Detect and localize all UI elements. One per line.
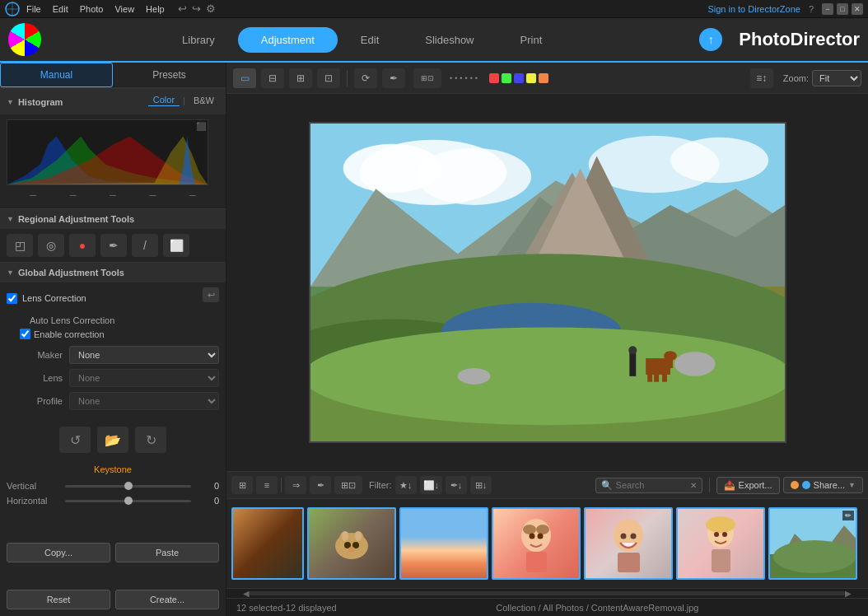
histogram-title: Histogram (18, 97, 63, 107)
filmstrip-btn[interactable]: ⊞ (231, 476, 253, 494)
eraser-tool[interactable]: / (132, 234, 158, 257)
maximize-button[interactable]: □ (837, 3, 848, 15)
export-button[interactable]: 📤 Export... (716, 477, 780, 494)
vertical-thumb[interactable] (124, 482, 133, 490)
lens-select[interactable]: None (69, 369, 219, 387)
tab-presets[interactable]: Presets (113, 63, 226, 87)
tag-btn[interactable]: ⇒ (285, 476, 306, 494)
upgrade-icon[interactable]: ↑ (699, 28, 722, 51)
horizontal-slider[interactable] (65, 500, 191, 502)
view-compare-btn[interactable]: ⊟ (261, 68, 284, 88)
undo-icon[interactable]: ↩ (178, 2, 187, 15)
histogram-section-header[interactable]: ▼ Histogram Color | B&W (0, 88, 226, 114)
svg-point-34 (348, 547, 355, 552)
tab-manual[interactable]: Manual (0, 63, 113, 87)
share-button[interactable]: Share... ▼ (783, 477, 863, 493)
brush-adj-btn[interactable]: ✒ (382, 68, 405, 88)
scroll-track[interactable] (250, 591, 845, 595)
settings-icon[interactable]: ⚙ (206, 2, 216, 15)
sort-btn[interactable]: ≡↕ (750, 68, 773, 88)
help-icon[interactable]: ? (809, 4, 814, 14)
clear-search-btn[interactable]: ✕ (690, 481, 697, 490)
menu-view[interactable]: View (114, 4, 134, 14)
lens-section: Lens Correction ↩ Auto Lens Correction E… (0, 282, 226, 420)
thumbnail-1[interactable] (307, 507, 396, 580)
redo-icon[interactable]: ↪ (192, 2, 201, 15)
view-fullscreen-btn[interactable]: ⊡ (317, 68, 340, 88)
rotate-tool-btn[interactable]: ⟳ (354, 68, 377, 88)
menu-file[interactable]: File (26, 4, 41, 14)
navbar: Library Adjustment Edit Slideshow Print … (0, 18, 868, 63)
profile-select[interactable]: None (69, 392, 219, 410)
thumbnail-0[interactable] (231, 507, 304, 580)
thumbnail-6[interactable]: ✏ (768, 507, 857, 580)
tab-edit[interactable]: Edit (338, 27, 402, 53)
vertical-slider[interactable] (65, 485, 191, 488)
scroll-left-btn[interactable]: ◀ (243, 589, 250, 598)
left-panel: Manual Presets ▼ Histogram Color | B&W ⬛ (0, 63, 226, 616)
color-btn[interactable]: Color (148, 94, 180, 106)
search-input[interactable] (616, 480, 690, 490)
color-label-yellow[interactable] (526, 73, 536, 83)
lens-label2: Lens (13, 373, 63, 383)
list-btn[interactable]: ≡ (256, 476, 278, 494)
regional-section-header[interactable]: ▼ Regional Adjustment Tools (0, 208, 226, 229)
thumbnail-4[interactable] (584, 507, 673, 580)
maker-select[interactable]: None (69, 346, 219, 364)
enable-correction-checkbox[interactable] (20, 329, 30, 339)
view-single-btn[interactable]: ▭ (233, 68, 256, 88)
lens-checkbox[interactable] (7, 293, 17, 304)
sign-in-link[interactable]: Sign in to DirectorZone ? (707, 4, 814, 14)
svg-point-46 (706, 516, 735, 533)
gradient-tool[interactable]: ◰ (7, 234, 33, 257)
svg-rect-21 (647, 372, 652, 382)
color-label-blue[interactable] (514, 73, 524, 83)
tab-print[interactable]: Print (497, 27, 566, 53)
zoom-select[interactable]: Fit 25% 50% 100% 200% (812, 70, 861, 86)
rotate-left-icon[interactable]: ↺ (59, 427, 91, 453)
color-label-green[interactable] (502, 73, 511, 83)
before-after-btn[interactable]: ⊞⊡ (413, 68, 441, 88)
eye-tool[interactable]: ● (69, 234, 96, 257)
create-button[interactable]: Create... (115, 590, 219, 609)
tab-library[interactable]: Library (159, 27, 238, 53)
filter-star-btn[interactable]: ★↓ (395, 476, 417, 494)
filter-color-btn[interactable]: ✒↓ (446, 476, 467, 494)
color-label-red[interactable] (489, 73, 499, 83)
menu-photo[interactable]: Photo (80, 4, 104, 14)
svg-point-4 (417, 148, 531, 205)
copy-button[interactable]: Copy... (7, 543, 110, 562)
share-dropdown-arrow[interactable]: ▼ (848, 481, 856, 489)
bw-btn[interactable]: B&W (189, 95, 219, 106)
menu-help[interactable]: Help (146, 4, 165, 14)
color-label-orange[interactable] (539, 73, 548, 83)
global-section-header[interactable]: ▼ Global Adjustment Tools (0, 262, 226, 282)
lens-header: Lens Correction ↩ (7, 287, 219, 309)
horizontal-thumb[interactable] (124, 497, 133, 505)
view-grid-btn[interactable]: ⊞ (289, 68, 312, 88)
paste-button[interactable]: Paste (115, 543, 219, 562)
center-panel: ▭ ⊟ ⊞ ⊡ ⟳ ✒ ⊞⊡ • • • • • • (226, 63, 868, 616)
close-button[interactable]: ✕ (852, 3, 863, 15)
menu-edit[interactable]: Edit (53, 4, 68, 14)
thumbnail-5[interactable] (676, 507, 765, 580)
mask-tool[interactable]: ⬜ (163, 234, 189, 257)
filter-flag-btn[interactable]: ⬜↓ (420, 476, 443, 494)
reset-button[interactable]: Reset (7, 590, 110, 609)
rate-btn[interactable]: ✒ (310, 476, 331, 494)
histogram-expand-icon[interactable]: ⬛ (196, 122, 206, 131)
enable-correction-check[interactable]: Enable correction (20, 329, 219, 339)
flag-btn[interactable]: ⊞⊡ (334, 476, 362, 494)
minimize-button[interactable]: − (822, 3, 833, 15)
radial-tool[interactable]: ◎ (38, 234, 64, 257)
thumbnail-3[interactable] (492, 507, 581, 580)
scroll-right-btn[interactable]: ▶ (845, 589, 852, 598)
open-folder-icon[interactable]: 📂 (97, 427, 128, 453)
thumbnail-2[interactable] (399, 507, 488, 580)
rotate-right-icon[interactable]: ↻ (135, 427, 166, 453)
lens-undo-button[interactable]: ↩ (203, 287, 219, 302)
tab-adjustment[interactable]: Adjustment (238, 27, 338, 53)
tab-slideshow[interactable]: Slideshow (402, 27, 497, 53)
filter-more-btn[interactable]: ⊞↓ (470, 476, 492, 494)
brush-tool[interactable]: ✒ (100, 234, 127, 257)
